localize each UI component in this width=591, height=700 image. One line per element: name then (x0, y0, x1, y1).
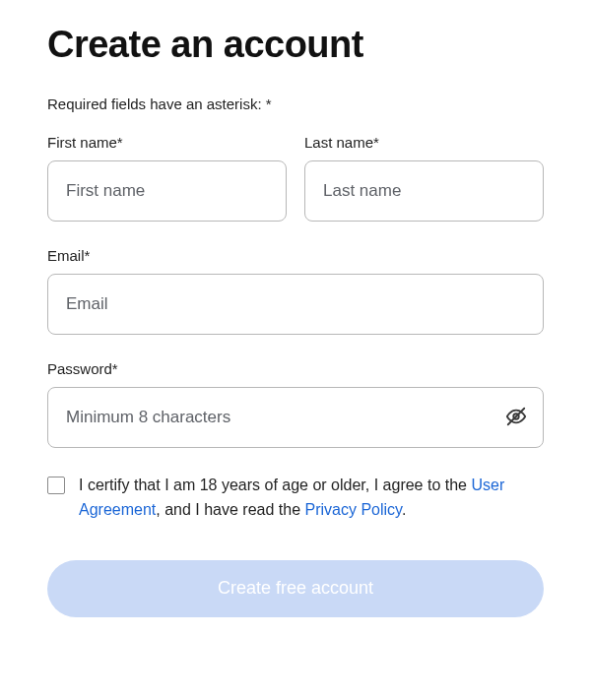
first-name-field: First name* (47, 134, 287, 222)
last-name-label: Last name* (304, 134, 544, 151)
email-field: Email* (47, 247, 544, 335)
last-name-field: Last name* (304, 134, 544, 222)
email-input[interactable] (47, 274, 544, 335)
password-input[interactable] (47, 387, 544, 448)
required-fields-note: Required fields have an asterisk: * (47, 95, 544, 112)
password-field: Password* (47, 360, 544, 448)
privacy-policy-link[interactable]: Privacy Policy (304, 501, 401, 518)
email-label: Email* (47, 247, 544, 264)
consent-prefix: I certify that I am 18 years of age or o… (79, 477, 471, 493)
eye-off-icon (505, 406, 527, 430)
consent-text: I certify that I am 18 years of age or o… (79, 474, 544, 523)
consent-row: I certify that I am 18 years of age or o… (47, 474, 544, 523)
page-title: Create an account (47, 24, 544, 66)
consent-checkbox[interactable] (47, 477, 65, 494)
create-account-button[interactable]: Create free account (47, 560, 544, 617)
first-name-label: First name* (47, 134, 287, 151)
toggle-password-visibility-button[interactable] (502, 404, 530, 431)
last-name-input[interactable] (304, 160, 544, 222)
first-name-input[interactable] (47, 160, 287, 222)
password-label: Password* (47, 360, 544, 377)
consent-suffix: . (402, 501, 406, 518)
consent-middle: , and I have read the (156, 501, 304, 518)
